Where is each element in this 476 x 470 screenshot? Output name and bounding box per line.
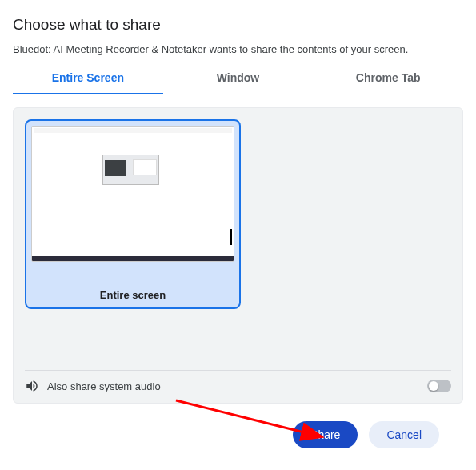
toggle-knob (429, 381, 438, 391)
screen-preview-image (31, 126, 234, 262)
share-dialog: Choose what to share Bluedot: AI Meeting… (0, 0, 476, 448)
cancel-button[interactable]: Cancel (369, 421, 439, 448)
share-button[interactable]: Share (293, 421, 358, 448)
audio-toggle[interactable] (427, 380, 451, 392)
dialog-title: Choose what to share (13, 16, 463, 34)
screen-thumbnail[interactable]: Entire screen (25, 119, 241, 309)
share-tabs: Entire Screen Window Chrome Tab (13, 62, 463, 94)
tab-chrome-tab[interactable]: Chrome Tab (313, 62, 463, 94)
tab-window[interactable]: Window (163, 62, 314, 94)
audio-share-label: Also share system audio (47, 380, 161, 392)
dialog-footer: Share Cancel (13, 404, 463, 448)
share-content-area: Entire screen Also share system audio (13, 107, 463, 404)
screen-thumbnail-label: Entire screen (31, 286, 234, 303)
tab-entire-screen[interactable]: Entire Screen (13, 62, 163, 94)
speaker-icon (25, 379, 39, 393)
audio-share-row: Also share system audio (25, 370, 451, 393)
dialog-subtitle: Bluedot: AI Meeting Recorder & Notetaker… (13, 43, 463, 55)
